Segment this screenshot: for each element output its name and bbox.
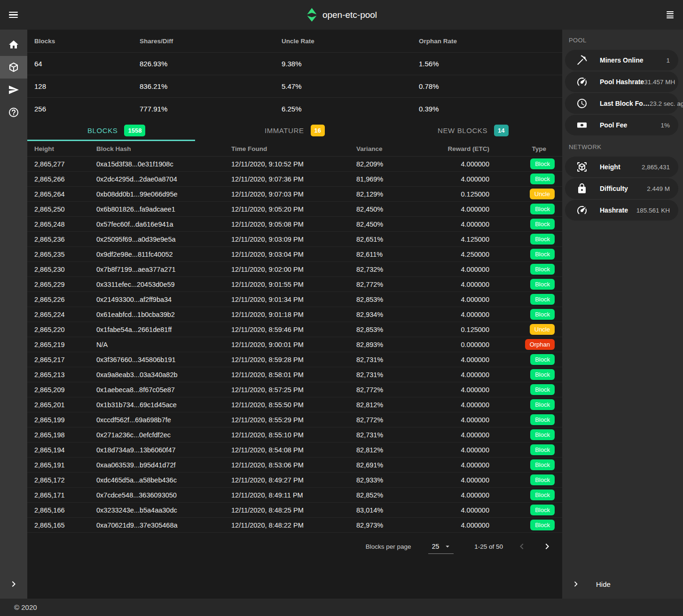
- variance-cell: 82,732%: [356, 266, 431, 273]
- tab-blocks-count-badge: 1558: [124, 125, 145, 136]
- col-header-height: Height: [34, 145, 96, 152]
- block-hash-cell: 0x25095f69...a0d39e9e5a: [96, 236, 231, 243]
- sidebar-item-payments[interactable]: [0, 79, 27, 101]
- block-row: 2,865,2500x6b801826...fa9adcaee112/11/20…: [27, 202, 562, 217]
- reward-cell: 4.000000: [431, 281, 489, 288]
- gauge-icon: [576, 205, 588, 216]
- type-badge: Block: [530, 279, 555, 290]
- block-height-cell: 2,865,219: [34, 341, 96, 348]
- network-hashrate-item: Hashrate 185.561 KH: [565, 200, 678, 221]
- miners-online-item: Miners Online 1: [565, 50, 678, 71]
- sidebar-collapse-button[interactable]: [0, 573, 27, 595]
- type-cell: Uncle: [489, 324, 562, 335]
- col-header-time-found: Time Found: [231, 145, 356, 152]
- type-badge: Block: [530, 414, 555, 425]
- type-cell: Orphan: [489, 339, 562, 350]
- time-found-cell: 12/11/2020, 9:03:04 PM: [231, 251, 356, 258]
- stats-blocks-cell: 128: [34, 82, 140, 90]
- block-row: 2,865,2240x61eabfcd...1b0cba39b212/11/20…: [27, 307, 562, 322]
- type-badge: Block: [530, 158, 555, 169]
- sidebar-item-blocks[interactable]: [0, 56, 27, 79]
- block-hash-cell: 0x57fec60f...da616e941a: [96, 221, 231, 228]
- reward-cell: 4.000000: [431, 221, 489, 228]
- time-found-cell: 12/11/2020, 9:07:36 PM: [231, 175, 356, 183]
- block-hash-cell: 0x271a236c...0efcfdf2ec: [96, 431, 231, 439]
- block-hash-cell: 0x1aebeca8...8f67c05e87: [96, 386, 231, 394]
- variance-cell: 82,933%: [356, 476, 431, 484]
- stats-header-blocks: Blocks: [34, 38, 140, 45]
- pool-fee-label: Pool Fee: [600, 121, 627, 129]
- reward-cell: 4.000000: [431, 506, 489, 514]
- right-menu-icon[interactable]: [664, 11, 674, 19]
- time-found-cell: 12/11/2020, 8:48:25 PM: [231, 506, 356, 514]
- stats-blocks-cell: 64: [34, 60, 140, 68]
- time-found-cell: 12/11/2020, 8:55:10 PM: [231, 431, 356, 439]
- variance-cell: 83,014%: [356, 506, 431, 514]
- time-found-cell: 12/11/2020, 9:05:08 PM: [231, 221, 356, 228]
- type-cell: Block: [489, 505, 562, 515]
- type-badge: Block: [530, 309, 555, 320]
- reward-cell: 4.000000: [431, 371, 489, 379]
- type-badge: Block: [530, 384, 555, 395]
- tab-immature[interactable]: IMMATURE 16: [205, 120, 384, 141]
- sidebar-item-help[interactable]: [0, 101, 27, 124]
- variance-cell: 82,129%: [356, 190, 431, 198]
- reward-cell: 4.000000: [431, 446, 489, 454]
- reward-cell: 4.000000: [431, 311, 489, 318]
- previous-page-button[interactable]: [515, 540, 528, 553]
- block-hash-cell: 0xa9a8eab3...03a340a82b: [96, 371, 231, 379]
- variance-cell: 82,651%: [356, 236, 431, 243]
- chevron-right-icon: [8, 578, 19, 590]
- reward-cell: 4.000000: [431, 491, 489, 499]
- block-hash-cell: 0x1fabe54a...2661de81ff: [96, 326, 231, 333]
- block-hash-cell: 0xccdf562f...69a698b7fe: [96, 416, 231, 424]
- block-row: 2,865,2170x3f367660...345806b19112/11/20…: [27, 352, 562, 367]
- top-bar: open-etc-pool: [0, 0, 683, 30]
- menu-icon[interactable]: [9, 12, 18, 18]
- variance-cell: 82,209%: [356, 160, 431, 168]
- time-found-cell: 12/11/2020, 8:55:50 PM: [231, 401, 356, 409]
- block-hash-cell: 0xb08dd0b1...99e066d95e: [96, 190, 231, 198]
- network-difficulty-item: Difficulty 2.449 M: [565, 178, 678, 199]
- block-height-cell: 2,865,209: [34, 386, 96, 394]
- hide-sidebar-button[interactable]: Hide: [562, 574, 683, 594]
- block-height-cell: 2,865,226: [34, 296, 96, 303]
- page-size-select[interactable]: 25: [428, 539, 454, 554]
- variance-cell: 82,853%: [356, 296, 431, 303]
- tab-new-blocks[interactable]: NEW BLOCKS 14: [384, 120, 562, 141]
- tab-blocks-label: BLOCKS: [87, 126, 118, 134]
- hide-label: Hide: [596, 580, 611, 588]
- reward-cell: 0.125000: [431, 190, 489, 198]
- type-cell: Block: [489, 354, 562, 365]
- time-found-cell: 12/11/2020, 8:53:06 PM: [231, 461, 356, 469]
- block-row: 2,865,1910xaa063539...b95d41d72f12/11/20…: [27, 458, 562, 473]
- reward-cell: 4.000000: [431, 431, 489, 439]
- reward-cell: 4.000000: [431, 521, 489, 529]
- time-found-cell: 12/11/2020, 9:01:55 PM: [231, 281, 356, 288]
- sidebar-item-home[interactable]: [0, 33, 27, 56]
- lock-icon: [576, 183, 588, 194]
- col-header-reward: Reward (ETC): [431, 145, 489, 152]
- block-row: 2,865,1980x271a236c...0efcfdf2ec12/11/20…: [27, 427, 562, 442]
- next-page-button[interactable]: [541, 540, 554, 553]
- tab-blocks[interactable]: BLOCKS 1558: [27, 120, 205, 141]
- time-found-cell: 12/11/2020, 8:49:27 PM: [231, 476, 356, 484]
- type-cell: Block: [489, 294, 562, 305]
- tab-immature-count-badge: 16: [311, 125, 325, 136]
- variance-cell: 81,969%: [356, 175, 431, 183]
- variance-cell: 82,611%: [356, 251, 431, 258]
- stats-header-orphan-rate: Orphan Rate: [419, 38, 562, 45]
- block-height-cell: 2,865,220: [34, 326, 96, 333]
- variance-cell: 82,450%: [356, 221, 431, 228]
- type-cell: Block: [489, 249, 562, 260]
- reward-cell: 4.000000: [431, 476, 489, 484]
- time-found-cell: 12/11/2020, 8:59:46 PM: [231, 326, 356, 333]
- tab-immature-label: IMMATURE: [265, 126, 304, 134]
- block-height-cell: 2,865,264: [34, 190, 96, 198]
- block-height-cell: 2,865,191: [34, 461, 96, 469]
- stats-shares-diff-cell: 777.91%: [140, 105, 282, 113]
- stats-header: Blocks Shares/Diff Uncle Rate Orphan Rat…: [27, 30, 562, 52]
- type-badge: Block: [530, 474, 555, 485]
- type-badge: Block: [530, 429, 555, 440]
- block-height-cell: 2,865,235: [34, 251, 96, 258]
